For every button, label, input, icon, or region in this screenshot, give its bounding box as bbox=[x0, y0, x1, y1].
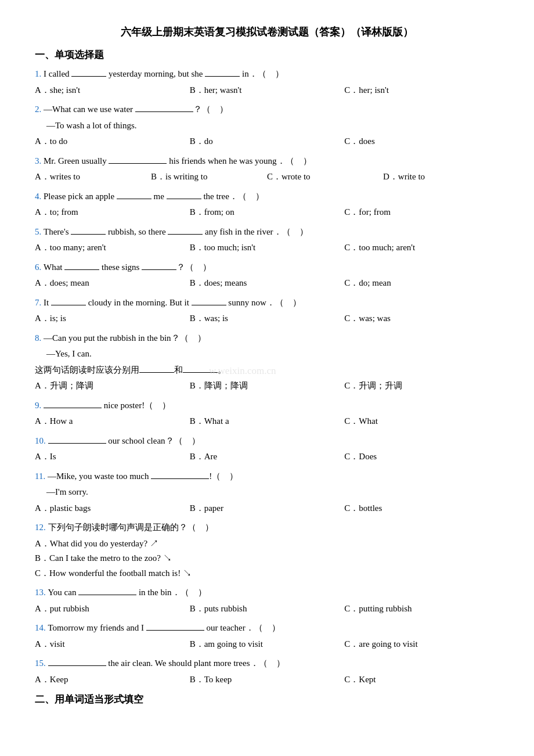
q6-optA: A．does; mean bbox=[35, 276, 190, 291]
q2-num: 2. bbox=[35, 102, 41, 117]
q15-optB: B．To keep bbox=[190, 672, 345, 687]
main-title: 六年级上册期末英语复习模拟试卷测试题（答案）（译林版版） bbox=[35, 23, 499, 41]
q12-options: A．What did you do yesterday? ↗ B．Can I t… bbox=[35, 537, 499, 581]
q3-text: Mr. Green usually his friends when he wa… bbox=[44, 154, 312, 169]
q8-dialog2: 这两句话朗读时应该分别用和。 w.weixin.com.cn bbox=[35, 363, 499, 378]
q1-num: 1. bbox=[35, 67, 41, 82]
question-12: 12. 下列句子朗读时哪句声调是正确的？（ ） A．What did you d… bbox=[35, 520, 499, 581]
q5-optA: A．too many; aren't bbox=[35, 240, 190, 255]
q3-optA: A．writes to bbox=[35, 170, 151, 185]
q3-optC: C．wrote to bbox=[267, 170, 383, 185]
q8-dialog1: —Yes, I can. bbox=[35, 347, 499, 362]
q6-optC: C．do; mean bbox=[344, 276, 499, 291]
q14-optC: C．are going to visit bbox=[344, 637, 499, 652]
question-8: 8. —Can you put the rubbish in the bin？（… bbox=[35, 331, 499, 394]
question-6: 6. What these signs ？（ ） A．does; mean B．… bbox=[35, 260, 499, 291]
q4-num: 4. bbox=[35, 189, 41, 204]
q8-optA: A．升调；降调 bbox=[35, 379, 190, 394]
q2-optA: A．to do bbox=[35, 134, 190, 149]
q11-num: 11. bbox=[35, 469, 45, 484]
q9-optC: C．What bbox=[344, 414, 499, 429]
q13-optC: C．putting rubbish bbox=[344, 602, 499, 617]
q15-text: the air clean. We should plant more tree… bbox=[48, 656, 285, 671]
q5-num: 5. bbox=[35, 225, 41, 240]
q2-optB: B．do bbox=[190, 134, 345, 149]
question-13: 13. You can in the bin．（ ） A．put rubbish… bbox=[35, 585, 499, 616]
q12-optC: C．How wonderful the football match is! ↘ bbox=[35, 566, 499, 581]
q15-optC: C．Kept bbox=[344, 672, 499, 687]
q5-text: There's rubbish, so there any fish in th… bbox=[44, 225, 308, 240]
question-9: 9. nice poster!（ ） A．How a B．What a C．Wh… bbox=[35, 398, 499, 429]
section2-title: 二、用单词适当形式填空 bbox=[35, 692, 499, 708]
question-2: 2. —What can we use water ？（ ） —To wash … bbox=[35, 102, 499, 149]
q9-optB: B．What a bbox=[190, 414, 345, 429]
q14-text: Tomorrow my friends and I our teacher．（ … bbox=[48, 621, 280, 636]
q9-optA: A．How a bbox=[35, 414, 190, 429]
q8-text: —Can you put the rubbish in the bin？（ ） bbox=[44, 331, 206, 346]
q13-optB: B．puts rubbish bbox=[190, 602, 345, 617]
question-14: 14. Tomorrow my friends and I our teache… bbox=[35, 621, 499, 651]
section1-title: 一、单项选择题 bbox=[35, 47, 499, 64]
q9-text: nice poster!（ ） bbox=[44, 398, 171, 413]
q1-optA: A．she; isn't bbox=[35, 83, 190, 98]
q10-optA: A．Is bbox=[35, 449, 190, 465]
q2-dialog: —To wash a lot of things. bbox=[35, 118, 499, 134]
q2-optC: C．does bbox=[344, 134, 499, 149]
q7-optB: B．was; is bbox=[190, 311, 345, 326]
question-7: 7. It cloudy in the morning. But it sunn… bbox=[35, 296, 499, 326]
question-10: 10. our school clean？（ ） A．Is B．Are C．Do… bbox=[35, 434, 499, 465]
question-3: 3. Mr. Green usually his friends when he… bbox=[35, 154, 499, 185]
q6-text: What these signs ？（ ） bbox=[44, 260, 211, 275]
q6-num: 6. bbox=[35, 260, 41, 275]
q14-num: 14. bbox=[35, 621, 46, 636]
q2-text: —What can we use water ？（ ） bbox=[44, 102, 228, 117]
q4-text: Please pick an apple me the tree．（ ） bbox=[44, 189, 264, 204]
q3-optD: D．write to bbox=[383, 170, 499, 185]
q14-optA: A．visit bbox=[35, 637, 190, 652]
q4-optB: B．from; on bbox=[190, 205, 345, 220]
q14-optB: B．am going to visit bbox=[190, 637, 345, 652]
q5-optC: C．too much; aren't bbox=[344, 240, 499, 255]
q10-text: our school clean？（ ） bbox=[48, 434, 200, 449]
q8-num: 8. bbox=[35, 331, 41, 346]
q8-optB: B．降调；降调 bbox=[190, 379, 345, 394]
q12-num: 12. bbox=[35, 520, 46, 535]
q9-num: 9. bbox=[35, 398, 41, 413]
q3-num: 3. bbox=[35, 154, 41, 169]
q11-optB: B．paper bbox=[190, 501, 345, 516]
q13-optA: A．put rubbish bbox=[35, 602, 190, 617]
q4-optA: A．to; from bbox=[35, 205, 190, 220]
q1-text: I called yesterday morning, but she in．（… bbox=[44, 67, 284, 82]
q10-optC: C．Does bbox=[344, 449, 499, 465]
question-4: 4. Please pick an apple me the tree．（ ） … bbox=[35, 189, 499, 220]
question-5: 5. There's rubbish, so there any fish in… bbox=[35, 225, 499, 255]
q11-optC: C．bottles bbox=[344, 501, 499, 516]
question-1: 1. I called yesterday morning, but she i… bbox=[35, 67, 499, 98]
q11-dialog: —I'm sorry. bbox=[35, 485, 499, 500]
q10-num: 10. bbox=[35, 434, 46, 449]
q7-num: 7. bbox=[35, 296, 41, 311]
q7-optA: A．is; is bbox=[35, 311, 190, 326]
q7-text: It cloudy in the morning. But it sunny n… bbox=[44, 296, 301, 311]
q13-num: 13. bbox=[35, 585, 46, 600]
q11-optA: A．plastic bags bbox=[35, 501, 190, 516]
q15-optA: A．Keep bbox=[35, 672, 190, 687]
q3-optB: B．is writing to bbox=[151, 170, 267, 185]
q1-optB: B．her; wasn't bbox=[190, 83, 345, 98]
question-15: 15. the air clean. We should plant more … bbox=[35, 656, 499, 687]
q12-text: 下列句子朗读时哪句声调是正确的？（ ） bbox=[48, 520, 214, 535]
q11-text: —Mike, you waste too much !（ ） bbox=[48, 469, 238, 484]
q6-optB: B．does; means bbox=[190, 276, 345, 291]
q4-optC: C．for; from bbox=[344, 205, 499, 220]
q7-optC: C．was; was bbox=[344, 311, 499, 326]
q5-optB: B．too much; isn't bbox=[190, 240, 345, 255]
q13-text: You can in the bin．（ ） bbox=[48, 585, 207, 600]
q8-optC: C．升调；升调 bbox=[344, 379, 499, 394]
q15-num: 15. bbox=[35, 656, 46, 671]
q12-optA: A．What did you do yesterday? ↗ bbox=[35, 537, 499, 552]
q1-optC: C．her; isn't bbox=[344, 83, 499, 98]
q12-optB: B．Can I take the metro to the zoo? ↘ bbox=[35, 551, 499, 566]
q10-optB: B．Are bbox=[190, 449, 345, 465]
question-11: 11. —Mike, you waste too much !（ ） —I'm … bbox=[35, 469, 499, 516]
